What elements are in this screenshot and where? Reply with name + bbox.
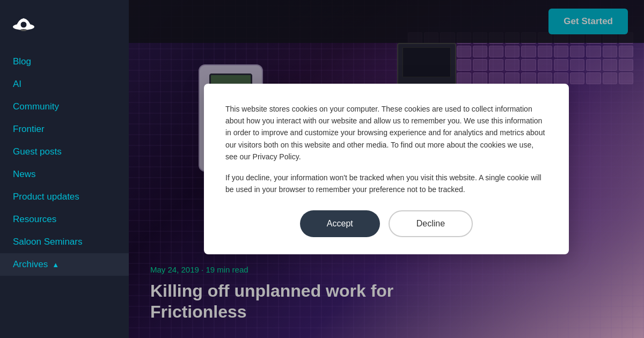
cookie-modal-buttons: Accept Decline <box>225 210 547 237</box>
nav-frontier[interactable]: Frontier <box>0 118 129 141</box>
main-content: Get Started <box>129 0 644 338</box>
cookie-text-primary: This website stores cookies on your comp… <box>225 103 547 163</box>
cookie-modal: This website stores cookies on your comp… <box>204 84 569 255</box>
decline-cookies-button[interactable]: Decline <box>389 210 473 237</box>
nav-ai[interactable]: AI <box>0 73 129 95</box>
nav-archives[interactable]: Archives ▲ <box>0 253 129 276</box>
cookie-modal-overlay: This website stores cookies on your comp… <box>129 0 644 338</box>
nav-blog[interactable]: Blog <box>0 50 129 73</box>
chevron-up-icon: ▲ <box>52 261 59 269</box>
sidebar-navigation: Blog AI Community Frontier Guest posts N… <box>0 45 129 338</box>
nav-resources[interactable]: Resources <box>0 208 129 231</box>
cookie-text-secondary: If you decline, your information won't b… <box>225 172 547 196</box>
accept-cookies-button[interactable]: Accept <box>300 210 380 237</box>
nav-guest-posts[interactable]: Guest posts <box>0 141 129 163</box>
nav-saloon-seminars[interactable]: Saloon Seminars <box>0 231 129 253</box>
logo-icon <box>11 10 36 35</box>
sidebar: Blog AI Community Frontier Guest posts N… <box>0 0 129 338</box>
nav-news[interactable]: News <box>0 163 129 186</box>
svg-point-2 <box>20 29 27 31</box>
nav-community[interactable]: Community <box>0 95 129 118</box>
svg-point-1 <box>20 21 27 28</box>
nav-product-updates[interactable]: Product updates <box>0 186 129 208</box>
sidebar-logo <box>0 0 129 45</box>
